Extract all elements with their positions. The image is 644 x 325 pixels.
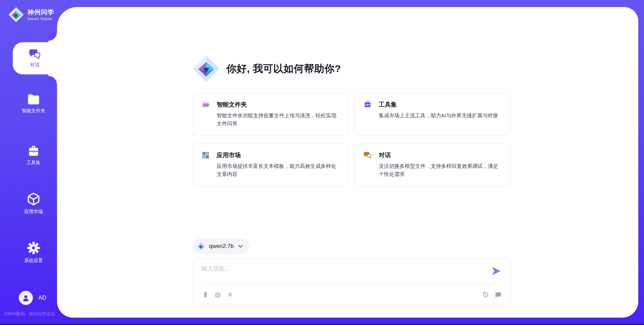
card-smart-folder[interactable]: 智能文件夹 智能文件夹功能支持批量文件上传与清洗，轻松实现文件问答 — [192, 93, 349, 136]
card-app-market[interactable]: 应用市场 应用市场提供丰富长文本模板，助力高效生成多样化文章内容 — [192, 143, 349, 186]
card-title: 对话 — [379, 151, 391, 159]
brand-logo: 神州问学 Smart Vision — [8, 7, 54, 23]
message-input[interactable] — [202, 265, 490, 281]
card-description: 智能文件夹功能支持批量文件上传与清洗，轻松实现文件问答 — [217, 112, 340, 128]
chat-icon — [29, 49, 41, 60]
folder-open-icon — [202, 101, 210, 109]
window-bottom-edge — [0, 324, 644, 325]
feature-cards: 智能文件夹 智能文件夹功能支持批量文件上传与清洗，轻松实现文件问答 工具集 — [192, 93, 511, 186]
card-title: 工具集 — [379, 101, 397, 109]
sidebar-item-label: 工具集 — [26, 160, 41, 166]
card-title: 应用市场 — [217, 151, 241, 159]
sidebar-item-label: 应用市场 — [24, 209, 43, 215]
model-selector[interactable]: qwen2:7b — [192, 239, 250, 254]
avatar — [19, 291, 33, 305]
card-toolset[interactable]: 工具集 集成市场上主流工具，助力AI与外界无缝扩展与对接 — [354, 93, 511, 136]
greeting-text: 你好, 我可以如何帮助你? — [226, 62, 341, 76]
card-chat[interactable]: 对话 灵活切换多模型文件，支持多样回复效果调试，满足个性化需求 — [354, 143, 511, 186]
brand-name: 神州问学 — [28, 9, 54, 16]
composer-divider — [202, 284, 501, 284]
attach-file-icon[interactable] — [202, 291, 209, 298]
card-description: 应用市场提供丰富长文本模板，助力高效生成多样化文章内容 — [217, 162, 340, 178]
chevron-down-icon — [238, 245, 243, 248]
brand-text: 神州问学 Smart Vision — [28, 9, 54, 21]
sidebar-item-chat[interactable]: 对话 — [13, 42, 57, 74]
copyright-text: ©神州数码 · 神州问学出品 — [4, 311, 65, 317]
sidebar-item-app-market[interactable]: 应用市场 — [10, 189, 57, 217]
greeting: 你好, 我可以如何帮助你? — [192, 55, 341, 83]
sidebar-item-smart-folder[interactable]: 智能文件夹 — [10, 90, 57, 118]
person-icon — [21, 294, 30, 302]
app-root: 神州问学 Smart Vision 对话 智能文件夹 — [0, 0, 644, 325]
history-icon[interactable] — [482, 291, 489, 298]
sidebar: 神州问学 Smart Vision 对话 智能文件夹 — [0, 0, 57, 325]
composer-toolbar: @ # — [202, 289, 501, 300]
brand-diamond-icon — [8, 7, 24, 23]
send-icon[interactable] — [492, 267, 501, 275]
grid-icon — [202, 151, 210, 159]
brand-diamond-icon — [192, 55, 220, 83]
card-description: 灵活切换多模型文件，支持多样回复效果调试，满足个性化需求 — [379, 162, 502, 178]
chat-icon — [364, 151, 372, 159]
message-composer: @ # — [192, 259, 511, 304]
sidebar-item-settings[interactable]: 系统设置 — [10, 238, 57, 266]
tab-fillet-bottom — [48, 74, 57, 84]
user-menu[interactable]: AD — [19, 291, 47, 305]
chat-bubble-icon[interactable] — [494, 291, 501, 298]
brand-subtitle: Smart Vision — [28, 17, 54, 21]
hashtag-icon[interactable]: # — [226, 291, 234, 298]
card-title: 智能文件夹 — [217, 101, 247, 109]
brand-diamond-icon — [197, 242, 206, 251]
mention-icon[interactable]: @ — [214, 291, 221, 298]
cube-icon — [27, 192, 40, 206]
sidebar-item-label: 智能文件夹 — [22, 108, 45, 114]
sidebar-item-label: 系统设置 — [24, 258, 43, 264]
model-name: qwen2:7b — [209, 243, 234, 250]
sidebar-item-toolset[interactable]: 工具集 — [10, 141, 57, 169]
toolbox-icon — [364, 101, 372, 109]
sidebar-item-label: 对话 — [30, 62, 40, 68]
folder-icon — [27, 94, 40, 105]
card-description: 集成市场上主流工具，助力AI与外界无缝扩展与对接 — [379, 112, 502, 120]
toolbox-icon — [27, 145, 40, 157]
tab-fillet-top — [48, 32, 57, 42]
user-name: AD — [38, 295, 47, 301]
gear-icon — [27, 241, 40, 255]
